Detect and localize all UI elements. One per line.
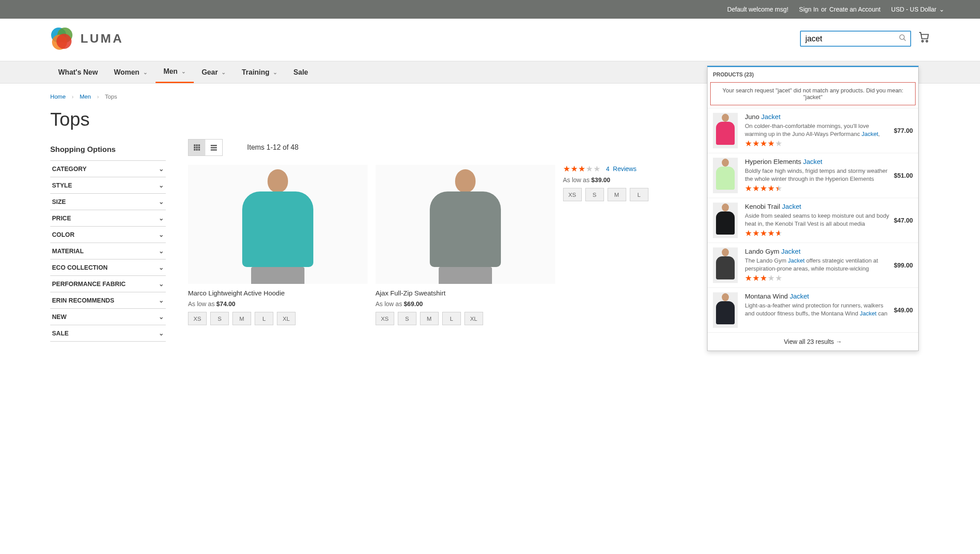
nav-sale[interactable]: Sale [285, 61, 316, 83]
chevron-down-icon: ⌄ [159, 280, 164, 287]
search-result-price: $99.00 [894, 262, 913, 269]
svg-line-1 [904, 39, 906, 41]
size-swatch[interactable]: M [232, 312, 251, 325]
chevron-down-icon: ⌄ [939, 6, 944, 13]
nav-gear[interactable]: Gear⌄ [194, 61, 234, 83]
filter-label: COLOR [52, 231, 75, 238]
welcome-msg: Default welcome msg! [727, 6, 788, 13]
product-image[interactable] [188, 165, 368, 284]
filter-performance-fabric[interactable]: PERFORMANCE FABRIC⌄ [50, 275, 166, 292]
chevron-down-icon: ⌄ [159, 165, 164, 172]
breadcrumb-men[interactable]: Men [80, 93, 91, 100]
nav-men[interactable]: Men⌄ [156, 61, 194, 83]
sidebar: Shopping Options CATEGORY⌄STYLE⌄SIZE⌄PRI… [50, 139, 166, 342]
chevron-down-icon: ⌄ [159, 313, 164, 320]
reviews-link[interactable]: 4 Reviews [606, 165, 636, 172]
logo[interactable]: LUMA [50, 28, 124, 50]
list-view-button[interactable] [205, 139, 222, 155]
search-result-item[interactable]: Juno JacketOn colder-than-comfortable mo… [708, 108, 918, 153]
size-swatch[interactable]: M [608, 188, 626, 201]
search-result-thumb [713, 203, 738, 238]
filter-label: ECO COLLECTION [52, 264, 108, 271]
chevron-down-icon: ⌄ [159, 297, 164, 304]
search-result-title: Lando Gym Jacket [745, 247, 889, 255]
search-dropdown-header: PRODUCTS (23) [708, 67, 918, 82]
sidebar-title: Shopping Options [50, 139, 166, 160]
filter-label: STYLE [52, 182, 72, 189]
signin-link[interactable]: Sign In [799, 6, 819, 13]
search-no-match-notice: Your search request "jacet" did not matc… [710, 82, 916, 105]
filter-sale[interactable]: SALE⌄ [50, 325, 166, 342]
product-card: Marco Lightweight Active HoodieAs low as… [188, 165, 368, 325]
rating-stars: ★★★★★★★★★★ [745, 184, 783, 192]
size-swatch[interactable]: L [255, 312, 273, 325]
cart-icon[interactable] [918, 32, 930, 46]
size-swatch[interactable]: XL [464, 312, 483, 325]
rating-stars: ★★★★★★★★★★ [745, 274, 783, 282]
chevron-down-icon: ⌄ [143, 69, 148, 76]
currency-switcher[interactable]: USD - US Dollar ⌄ [891, 6, 944, 13]
breadcrumb-home[interactable]: Home [50, 93, 66, 100]
breadcrumb-current: Tops [105, 93, 117, 100]
product-name[interactable]: Marco Lightweight Active Hoodie [188, 289, 368, 297]
size-swatch[interactable]: L [442, 312, 461, 325]
size-swatch[interactable]: XS [188, 312, 207, 325]
size-swatch[interactable]: S [585, 188, 604, 201]
product-image[interactable] [376, 165, 555, 284]
rating-stars: ★★★★★★★★★★ [745, 139, 783, 147]
product-name[interactable]: Ajax Full-Zip Sweatshirt [376, 289, 555, 297]
size-swatch[interactable]: S [398, 312, 416, 325]
filter-new[interactable]: NEW⌄ [50, 308, 166, 325]
chevron-down-icon: ⌄ [159, 198, 164, 205]
search-result-title: Montana Wind Jacket [745, 292, 889, 300]
search-result-title: Hyperion Elements Jacket [745, 158, 889, 165]
nav-training[interactable]: Training⌄ [234, 61, 285, 83]
top-bar: Default welcome msg! Sign In or Create a… [0, 0, 980, 19]
size-swatches: XSSMLXL [188, 312, 368, 325]
filter-color[interactable]: COLOR⌄ [50, 226, 166, 243]
search-result-item[interactable]: Hyperion Elements JacketBoldly face high… [708, 153, 918, 198]
svg-point-3 [926, 40, 928, 42]
size-swatch[interactable]: XS [563, 188, 582, 201]
chevron-down-icon: ⌄ [159, 215, 164, 222]
nav-women[interactable]: Women⌄ [106, 61, 155, 83]
filter-category[interactable]: CATEGORY⌄ [50, 160, 166, 177]
search-input[interactable] [801, 32, 910, 45]
search-result-item[interactable]: Montana Wind JacketLight-as-a-feather wi… [708, 287, 918, 332]
search-result-desc: Boldly face high winds, frigid temps and… [745, 167, 889, 183]
item-count: Items 1-12 of 48 [247, 143, 299, 151]
search-result-thumb [713, 113, 738, 148]
price: As low as $69.00 [376, 300, 555, 307]
search-result-desc: The Lando Gym Jacket offers strategic ve… [745, 257, 889, 272]
filter-label: SALE [52, 330, 68, 337]
filter-style[interactable]: STYLE⌄ [50, 177, 166, 193]
rating-stars: ★★★★★★★★★★ [745, 229, 783, 237]
svg-point-2 [922, 40, 923, 42]
filter-material[interactable]: MATERIAL⌄ [50, 243, 166, 259]
size-swatches: XSSMLXL [376, 312, 555, 325]
filter-size[interactable]: SIZE⌄ [50, 193, 166, 210]
size-swatch[interactable]: XL [277, 312, 296, 325]
search-icon[interactable] [899, 34, 907, 44]
header: LUMA PRODUCTS (23) Your search request "… [0, 19, 980, 61]
create-account-link[interactable]: Create an Account [829, 6, 880, 13]
search-result-item[interactable]: Kenobi Trail JacketAside from sealed sea… [708, 198, 918, 243]
filter-price[interactable]: PRICE⌄ [50, 210, 166, 226]
search-result-item[interactable]: Lando Gym JacketThe Lando Gym Jacket off… [708, 243, 918, 287]
size-swatch[interactable]: M [420, 312, 439, 325]
size-swatch[interactable]: S [210, 312, 229, 325]
chevron-down-icon: ⌄ [181, 68, 186, 75]
size-swatch[interactable]: L [630, 188, 648, 201]
size-swatch[interactable]: XS [376, 312, 394, 325]
filter-eco-collection[interactable]: ECO COLLECTION⌄ [50, 259, 166, 275]
chevron-down-icon: ⌄ [159, 182, 164, 189]
nav-whats-new[interactable]: What's New [50, 61, 106, 83]
currency-label: USD - US Dollar [891, 6, 936, 13]
search-result-desc: On colder-than-comfortable mornings, you… [745, 122, 889, 138]
search-box [800, 31, 911, 47]
filter-erin-recommends[interactable]: ERIN RECOMMENDS⌄ [50, 292, 166, 308]
grid-view-button[interactable] [188, 139, 205, 155]
filter-label: NEW [52, 313, 67, 320]
search-view-all[interactable]: View all 23 results → [708, 332, 918, 351]
filter-label: SIZE [52, 198, 66, 205]
